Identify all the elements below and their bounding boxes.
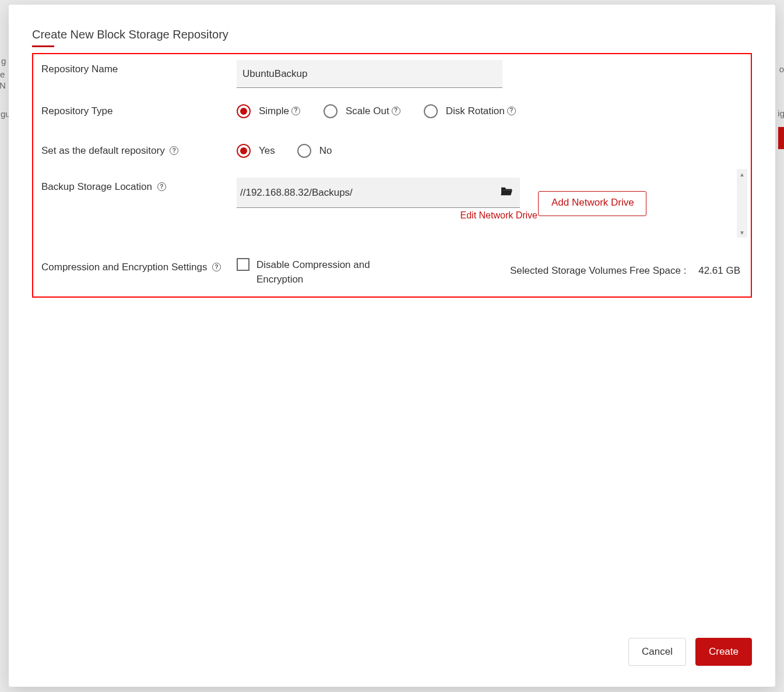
bg-text-fragment: o — [779, 64, 784, 74]
form-area: Repository Name Repository Type Simple ? — [33, 54, 751, 296]
add-network-drive-button[interactable]: Add Network Drive — [538, 191, 646, 216]
repository-type-radio-group: Simple ? Scale Out ? — [237, 102, 516, 118]
radio-repo-type-scaleout[interactable]: Scale Out ? — [324, 104, 400, 118]
radio-text: Disk Rotation — [446, 105, 505, 117]
free-space-label: Selected Storage Volumes Free Space : — [510, 265, 686, 276]
storage-location-wrap: Edit Network Drive — [237, 178, 520, 208]
row-storage-location: Backup Storage Location ? Edit Network D… — [41, 178, 520, 208]
label-repository-type: Repository Type — [41, 102, 237, 117]
help-icon[interactable]: ? — [212, 263, 221, 271]
label-text: Set as the default repository — [41, 145, 165, 156]
dialog-title: Create New Block Storage Repository — [32, 28, 752, 47]
radio-text: Simple — [259, 105, 289, 117]
label-compression-encryption: Compression and Encryption Settings ? — [41, 258, 237, 273]
radio-icon — [424, 104, 438, 118]
radio-label: Simple ? — [259, 105, 300, 117]
create-repository-dialog: Create New Block Storage Repository Repo… — [9, 5, 775, 687]
row-repository-name: Repository Name — [41, 60, 502, 88]
label-repository-name: Repository Name — [41, 60, 237, 75]
radio-label: Yes — [259, 145, 275, 157]
edit-network-drive-link[interactable]: Edit Network Drive — [460, 210, 537, 221]
disable-compression-encryption-checkbox[interactable] — [237, 258, 249, 271]
help-icon[interactable]: ? — [291, 107, 300, 115]
row-compression-encryption: Compression and Encryption Settings ? Di… — [41, 258, 385, 287]
radio-icon — [297, 144, 311, 158]
radio-default-no[interactable]: No — [297, 144, 332, 158]
help-icon[interactable]: ? — [507, 107, 516, 115]
bg-red-bar — [778, 127, 784, 149]
free-space-value: 42.61 GB — [698, 265, 740, 276]
default-repository-radio-group: Yes No — [237, 142, 332, 158]
radio-icon — [237, 104, 251, 118]
radio-label: No — [319, 145, 332, 157]
repository-name-input[interactable] — [237, 60, 502, 88]
disable-compression-encryption-checkbox-row: Disable Compression and Encryption — [237, 258, 385, 287]
label-text: Compression and Encryption Settings — [41, 262, 207, 273]
bg-text-fragment: e — [0, 69, 5, 79]
help-icon[interactable]: ? — [392, 107, 400, 115]
label-default-repository: Set as the default repository ? — [41, 142, 237, 157]
row-default-repository: Set as the default repository ? Yes No — [41, 142, 332, 158]
bg-text-fragment: g — [1, 56, 6, 66]
cancel-button[interactable]: Cancel — [628, 638, 686, 666]
help-icon[interactable]: ? — [170, 146, 178, 155]
radio-icon — [237, 144, 251, 158]
radio-repo-type-simple[interactable]: Simple ? — [237, 104, 300, 118]
help-icon[interactable]: ? — [157, 182, 166, 191]
radio-label: Scale Out ? — [346, 105, 400, 117]
radio-repo-type-diskrotation[interactable]: Disk Rotation ? — [424, 104, 516, 118]
checkbox-label: Disable Compression and Encryption — [256, 258, 385, 287]
radio-default-yes[interactable]: Yes — [237, 144, 275, 158]
scroll-down-icon[interactable]: ▼ — [737, 227, 747, 238]
radio-icon — [324, 104, 337, 118]
page-backdrop: g e N gu o ig Create New Block Storage R… — [0, 0, 784, 692]
bg-text-fragment: ig — [778, 108, 784, 118]
scrollbar-track[interactable]: ▲ ▼ — [737, 169, 747, 238]
folder-open-icon[interactable] — [500, 186, 513, 199]
row-repository-type: Repository Type Simple ? Sc — [41, 102, 516, 118]
bg-text-fragment: N — [0, 80, 6, 90]
form-highlight-box: Repository Name Repository Type Simple ? — [32, 53, 752, 298]
storage-location-input[interactable] — [237, 178, 520, 208]
radio-text: Scale Out — [346, 105, 389, 117]
create-button[interactable]: Create — [695, 638, 752, 666]
label-text: Backup Storage Location — [41, 181, 152, 192]
free-space-display: Selected Storage Volumes Free Space : 42… — [510, 265, 740, 277]
label-storage-location: Backup Storage Location ? — [41, 178, 237, 193]
dialog-footer: Cancel Create — [32, 638, 752, 669]
radio-label: Disk Rotation ? — [446, 105, 516, 117]
scroll-up-icon[interactable]: ▲ — [737, 169, 747, 179]
